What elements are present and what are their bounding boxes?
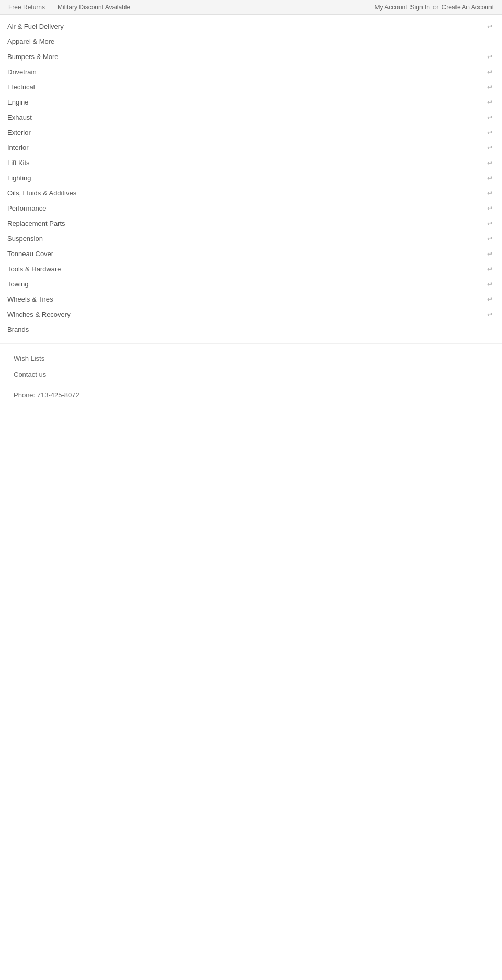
nav-item-performance[interactable]: Performance↵: [0, 201, 502, 216]
nav-item-label: Lighting: [7, 174, 31, 182]
nav-item-label: Oils, Fluids & Additives: [7, 189, 76, 197]
nav-secondary-label: Contact us: [14, 371, 46, 378]
nav-item-label: Exhaust: [7, 113, 32, 121]
nav-item-label: Suspension: [7, 235, 43, 243]
nav-item-label: Brands: [7, 326, 29, 333]
nav-secondary-label: Wish Lists: [14, 354, 44, 362]
chevron-right-icon: ↵: [487, 159, 493, 167]
free-returns-label: Free Returns: [8, 4, 45, 11]
nav-item-replacement-parts[interactable]: Replacement Parts↵: [0, 216, 502, 231]
nav-item-towing[interactable]: Towing↵: [0, 276, 502, 292]
top-bar-left: Free Returns Military Discount Available: [8, 4, 130, 11]
nav-item-label: Winches & Recovery: [7, 310, 71, 318]
nav-item-label: Drivetrain: [7, 68, 37, 76]
nav-item-label: Wheels & Tires: [7, 295, 53, 303]
phone-label: Phone: 713-425-8072: [14, 391, 79, 399]
nav-item-electrical[interactable]: Electrical↵: [0, 79, 502, 95]
nav-item-wheels--tires[interactable]: Wheels & Tires↵: [0, 292, 502, 307]
chevron-right-icon: ↵: [487, 311, 493, 318]
sign-in-link[interactable]: Sign In: [410, 4, 430, 11]
nav-secondary: Wish ListsContact us: [0, 346, 502, 387]
nav-item-label: Engine: [7, 98, 28, 106]
chevron-right-icon: ↵: [487, 190, 493, 197]
nav-item-label: Electrical: [7, 83, 35, 91]
nav-secondary-wish-lists[interactable]: Wish Lists: [0, 350, 502, 366]
chevron-right-icon: ↵: [487, 296, 493, 303]
chevron-right-icon: ↵: [487, 23, 493, 30]
nav-item-winches--recovery[interactable]: Winches & Recovery↵: [0, 307, 502, 322]
nav-item-lift-kits[interactable]: Lift Kits↵: [0, 155, 502, 170]
create-account-link[interactable]: Create An Account: [442, 4, 494, 11]
nav-item-label: Tools & Hardware: [7, 265, 61, 273]
nav-phone: Phone: 713-425-8072: [0, 387, 502, 403]
nav-item-label: Lift Kits: [7, 159, 30, 167]
nav-item-label: Air & Fuel Delivery: [7, 22, 64, 30]
chevron-right-icon: ↵: [487, 235, 493, 243]
chevron-right-icon: ↵: [487, 68, 493, 76]
chevron-right-icon: ↵: [487, 129, 493, 136]
chevron-right-icon: ↵: [487, 266, 493, 273]
nav-divider: [0, 343, 502, 344]
nav-secondary-contact-us[interactable]: Contact us: [0, 366, 502, 383]
chevron-right-icon: ↵: [487, 220, 493, 227]
top-bar: Free Returns Military Discount Available…: [0, 0, 502, 15]
nav-item-label: Interior: [7, 144, 28, 152]
chevron-right-icon: ↵: [487, 114, 493, 121]
my-account-label: My Account: [375, 4, 407, 11]
nav-item-bumpers--more[interactable]: Bumpers & More↵: [0, 49, 502, 64]
top-bar-right: My Account Sign In or Create An Account: [375, 4, 494, 11]
nav-item-apparel--more[interactable]: Apparel & More: [0, 34, 502, 49]
military-discount-label: Military Discount Available: [58, 4, 130, 11]
nav-item-oils-fluids--additives[interactable]: Oils, Fluids & Additives↵: [0, 186, 502, 201]
nav-item-label: Towing: [7, 280, 28, 288]
nav-item-lighting[interactable]: Lighting↵: [0, 170, 502, 186]
nav-item-label: Replacement Parts: [7, 220, 65, 227]
or-separator: or: [433, 4, 439, 11]
nav-item-tools--hardware[interactable]: Tools & Hardware↵: [0, 261, 502, 276]
nav-item-air--fuel-delivery[interactable]: Air & Fuel Delivery↵: [0, 19, 502, 34]
chevron-right-icon: ↵: [487, 250, 493, 258]
chevron-right-icon: ↵: [487, 144, 493, 152]
nav-item-label: Apparel & More: [7, 38, 54, 45]
nav-item-label: Tonneau Cover: [7, 250, 53, 258]
chevron-right-icon: ↵: [487, 175, 493, 182]
nav-item-label: Performance: [7, 204, 46, 212]
nav-item-exterior[interactable]: Exterior↵: [0, 125, 502, 140]
nav-item-drivetrain[interactable]: Drivetrain↵: [0, 64, 502, 79]
nav-item-label: Bumpers & More: [7, 53, 59, 61]
chevron-right-icon: ↵: [487, 84, 493, 91]
chevron-right-icon: ↵: [487, 53, 493, 61]
nav-item-label: Exterior: [7, 129, 31, 136]
nav-menu: Air & Fuel Delivery↵Apparel & MoreBumper…: [0, 15, 502, 341]
chevron-right-icon: ↵: [487, 99, 493, 106]
nav-item-interior[interactable]: Interior↵: [0, 140, 502, 155]
nav-item-exhaust[interactable]: Exhaust↵: [0, 110, 502, 125]
chevron-right-icon: ↵: [487, 205, 493, 212]
nav-item-engine[interactable]: Engine↵: [0, 95, 502, 110]
nav-item-tonneau-cover[interactable]: Tonneau Cover↵: [0, 246, 502, 261]
nav-item-brands[interactable]: Brands: [0, 322, 502, 337]
nav-item-suspension[interactable]: Suspension↵: [0, 231, 502, 246]
chevron-right-icon: ↵: [487, 281, 493, 288]
